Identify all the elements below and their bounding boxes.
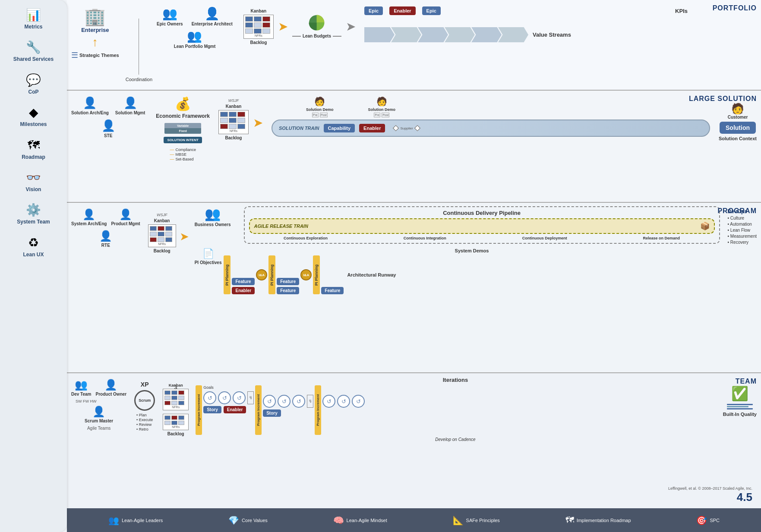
pi3-spacer bbox=[322, 385, 365, 393]
goals-row: Goals bbox=[203, 385, 254, 390]
large-wsjf-label: WSJF bbox=[228, 98, 239, 103]
feature2-box: Feature bbox=[277, 278, 299, 285]
portfolio-nfrs-label: NFRs bbox=[245, 34, 272, 37]
coordination-section: Coordination bbox=[126, 4, 152, 82]
copyright-text: Leffingwell, et al. © 2008–2017 Scaled A… bbox=[668, 486, 752, 491]
program-top-roles: 👤 System Arch/Eng 👤 Product Mgmt bbox=[71, 208, 140, 227]
art-container: AGILE RELEASE TRAIN 📦 bbox=[249, 218, 715, 234]
team-pi3-content: ↺ ↺ ↺ bbox=[322, 385, 365, 408]
portfolio-backlog-label: Backlog bbox=[250, 40, 267, 45]
sidebar-item-roadmap[interactable]: 🗺 Roadmap bbox=[6, 135, 62, 164]
sidebar-item-lean-ux[interactable]: ♻ Lean UX bbox=[6, 232, 62, 261]
footer-implementation-roadmap-label: Implementation Roadmap bbox=[577, 518, 631, 523]
business-owners-label: Business Owners bbox=[195, 222, 231, 227]
mbse-dot: — bbox=[170, 152, 174, 157]
agile-teams-label: Agile Teams bbox=[71, 426, 126, 431]
footer-spc-icon: 🎯 bbox=[696, 515, 707, 526]
business-owners-icon: 👥 bbox=[205, 206, 221, 221]
version-number: 4.5 bbox=[668, 491, 752, 504]
iter3-circle: ↺ bbox=[233, 391, 246, 404]
sidebar-system-team-label: System Team bbox=[17, 219, 50, 225]
rte-label: RTE bbox=[101, 243, 110, 248]
enterprise-section: 🏢 Enterprise ↑ ☰ Strategic Themes bbox=[71, 6, 119, 60]
sidebar-item-shared-services[interactable]: 🔧 Shared Services bbox=[6, 37, 62, 66]
sidebar-cop-label: CoP bbox=[28, 89, 39, 95]
devops-item5: • Recovery bbox=[728, 240, 757, 245]
portfolio-band: 🏢 Enterprise ↑ ☰ Strategic Themes Coordi… bbox=[67, 0, 761, 91]
cop-icon: 💬 bbox=[26, 73, 41, 87]
solution-arch-figure: 👤 Solution Arch/Eng bbox=[71, 96, 109, 116]
program-enabler-box: Enabler bbox=[232, 287, 255, 294]
program-kanban-board: NFRs bbox=[148, 224, 176, 247]
fixed-label: Fixed bbox=[179, 129, 187, 132]
footer-safe-principles: 📐 SAFe Principles bbox=[453, 515, 500, 526]
sidebar-item-vision[interactable]: 👓 Vision bbox=[6, 167, 62, 196]
portfolio-top-roles: 👥 Epic Owners 👤 Enterprise Architect bbox=[157, 6, 233, 27]
vision-icon: 👓 bbox=[26, 170, 41, 185]
pi3-features: Feature bbox=[321, 287, 344, 294]
post2-label: Post bbox=[382, 113, 389, 117]
program-kanban-section: WSJF Kanban bbox=[148, 213, 176, 253]
sidebar-item-system-team[interactable]: ⚙️ System Team bbox=[6, 199, 62, 228]
variable-label: Variable bbox=[177, 124, 189, 127]
solution-context-section: 🧑 Customer Solution Solution Context bbox=[719, 103, 757, 141]
large-kanban-arrow: ➤ bbox=[253, 116, 263, 130]
supplier-diamond2 bbox=[414, 125, 420, 131]
large-solution-band: 👤 Solution Arch/Eng 👤 Solution Mgmt 👤 ST… bbox=[67, 91, 761, 203]
milestones-icon: ◆ bbox=[29, 105, 38, 120]
devops-item2: • Automation bbox=[728, 222, 757, 227]
set-based-label: Set-Based bbox=[175, 157, 193, 161]
solution-mgmt-figure: 👤 Solution Mgmt bbox=[115, 96, 145, 116]
person-demo2-icon: 🧑 bbox=[376, 96, 387, 107]
lean-ux-icon: ♻ bbox=[28, 236, 39, 250]
built-in-quality-label: Built-In Quality bbox=[723, 412, 757, 417]
pi-planning1-box: PI Planning bbox=[224, 255, 231, 294]
pre1-label: Pre bbox=[312, 113, 319, 117]
biq-line1 bbox=[727, 404, 753, 405]
pi-objectives-label: PI Objectives bbox=[195, 260, 222, 265]
ip2-label: IP bbox=[307, 395, 313, 408]
solution-arch-label: Solution Arch/Eng bbox=[71, 110, 109, 116]
portfolio-budget-arrow: ➤ bbox=[346, 19, 356, 34]
team-kanban-board: 3 NFRs bbox=[163, 389, 189, 410]
system-arch-figure: 👤 System Arch/Eng bbox=[71, 208, 107, 227]
economic-framework-icon: 💰 bbox=[175, 96, 191, 111]
product-mgmt-icon: 👤 bbox=[119, 208, 132, 220]
epic-owners-label: Epic Owners bbox=[157, 22, 183, 27]
program-level-label: PROGRAM bbox=[717, 207, 757, 215]
cdp-title: Continuous Delivery Pipeline bbox=[249, 210, 715, 216]
sidebar-item-cop[interactable]: 💬 CoP bbox=[6, 69, 62, 98]
pi2-iterations: ↺ ↺ ↺ IP bbox=[263, 395, 313, 408]
sidebar-milestones-label: Milestones bbox=[20, 121, 47, 127]
main-container: 📊 Metrics 🔧 Shared Services 💬 CoP ◆ Mile… bbox=[0, 0, 761, 532]
program-backlog-label: Backlog bbox=[154, 249, 171, 253]
lean-budgets-row: Lean Budgets bbox=[292, 34, 341, 38]
team-pi-rows: Program Increment Goals ↺ ↺ ↺ IP bbox=[196, 385, 715, 435]
person-demo1-icon: 🧑 bbox=[314, 96, 325, 107]
solution-demo1: 🧑 Solution Demo Pre Post bbox=[306, 96, 334, 117]
lean-portfolio-mgmt-figure: 👥 Lean Portfolio Mgmt bbox=[174, 29, 216, 49]
team-kanban-section: Kanban 3 bbox=[163, 383, 189, 436]
footer: 👥 Lean-Agile Leaders 💎 Core Values 🧠 Lea… bbox=[67, 508, 761, 532]
kanban-num-label: 3 bbox=[174, 384, 177, 390]
team-pi1-content: Goals ↺ ↺ ↺ IP Story Enabler bbox=[203, 385, 254, 413]
sidebar: 📊 Metrics 🔧 Shared Services 💬 CoP ◆ Mile… bbox=[0, 0, 67, 532]
coordination-label: Coordination bbox=[126, 77, 152, 82]
solution-mgmt-icon: 👤 bbox=[123, 96, 137, 110]
footer-lean-agile-mindset-label: Lean-Agile Mindset bbox=[347, 518, 387, 523]
iter7-circle: ↺ bbox=[322, 395, 335, 408]
solution-train-label: SOLUTION TRAIN bbox=[279, 126, 319, 131]
team-roles: 👥 Dev Team 👤 Product Owner SW FW HW 👤 Sc… bbox=[71, 379, 126, 431]
footer-lean-agile-mindset: 🧠 Lean-Agile Mindset bbox=[333, 515, 387, 526]
story2-box: Story bbox=[263, 409, 281, 417]
constraints-list: — Compliance — MBSE — Set-Based bbox=[170, 147, 196, 161]
sidebar-item-milestones[interactable]: ◆ Milestones bbox=[6, 102, 62, 131]
value-streams-label: Value Streams bbox=[533, 31, 571, 38]
sidebar-lean-ux-label: Lean UX bbox=[23, 252, 44, 258]
strategic-themes-section: ☰ Strategic Themes bbox=[71, 50, 119, 60]
sidebar-item-metrics[interactable]: 📊 Metrics bbox=[6, 4, 62, 33]
iter5-circle: ↺ bbox=[278, 395, 291, 408]
pi-objectives-icon: 📄 bbox=[202, 248, 214, 259]
solution-demo2: 🧑 Solution Demo Pre Post bbox=[368, 96, 396, 117]
rte-figure: 👤 RTE bbox=[99, 230, 112, 248]
